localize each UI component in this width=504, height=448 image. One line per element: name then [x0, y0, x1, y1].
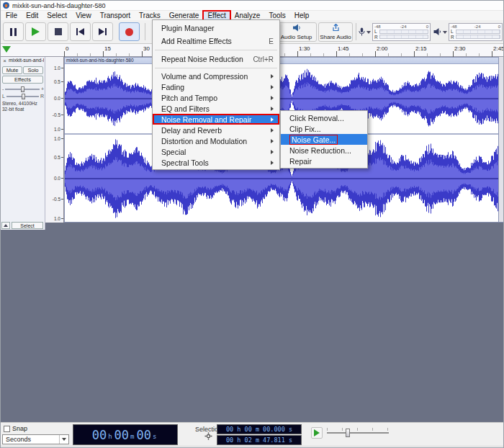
- slider-thumb[interactable]: [346, 429, 350, 437]
- selection-options-gear-icon[interactable]: [204, 432, 212, 442]
- menu-transport[interactable]: Transport: [96, 11, 135, 20]
- menu-item-delay-and-reverb[interactable]: Delay and Reverb: [153, 125, 279, 135]
- track-name[interactable]: mixkit-sun-and-his-daughter-580: [9, 58, 44, 63]
- play-button[interactable]: [25, 22, 46, 41]
- menu-item-eq-and-filters[interactable]: EQ and Filters: [153, 103, 279, 114]
- menu-item-noise-reduction[interactable]: Noise Reduction...: [281, 145, 367, 156]
- menu-item-plugin-manager[interactable]: Plugin Manager: [153, 22, 279, 35]
- submenu-arrow-icon: [271, 128, 274, 133]
- timeline-minor-ticks: [64, 53, 504, 56]
- menu-item-add-realtime-effects[interactable]: Add Realtime EffectsE: [153, 35, 279, 48]
- skip-to-end-icon: [99, 28, 107, 35]
- playback-meter-left-bar: [456, 30, 500, 34]
- pan-slider-groove[interactable]: [6, 96, 39, 97]
- pan-slider[interactable]: L R: [2, 93, 44, 99]
- snap-unit-select[interactable]: Seconds: [2, 434, 69, 444]
- menu-help[interactable]: Help: [290, 11, 314, 20]
- gain-slider-groove[interactable]: [5, 89, 40, 90]
- snap-control[interactable]: Snap: [4, 425, 27, 432]
- vertical-ruler-cap: [45, 57, 64, 64]
- skip-to-start-button[interactable]: [70, 22, 91, 41]
- clip-header[interactable]: mixkit-sun-and-his-daughter-580: [64, 57, 499, 64]
- menu-item-noise-removal-and-repair[interactable]: Noise Removal and Repair: [153, 114, 279, 125]
- selection-start-field[interactable]: 00 h 00 m 00.000 s: [217, 424, 302, 434]
- menu-item-fading[interactable]: Fading: [153, 81, 279, 92]
- snap-label: Snap: [12, 425, 27, 432]
- menu-item-volume-and-compression[interactable]: Volume and Compression: [153, 71, 279, 81]
- recording-meter-dropdown-arrow[interactable]: [366, 31, 371, 34]
- track-select-button[interactable]: Select: [12, 222, 43, 229]
- menu-item-distortion-and-modulation[interactable]: Distortion and Modulation: [153, 135, 279, 146]
- noise-removal-submenu: Click Removal... Clip Fix... Noise Gate.…: [280, 110, 368, 169]
- playback-speed-slider[interactable]: [327, 428, 389, 438]
- menu-item-repair[interactable]: Repair: [281, 156, 367, 166]
- share-audio-button[interactable]: Share Audio: [318, 22, 353, 42]
- skip-to-end-button[interactable]: [92, 22, 113, 41]
- share-audio-label: Share Audio: [320, 34, 351, 40]
- menu-item-noise-gate[interactable]: Noise Gate...: [281, 134, 367, 145]
- record-button[interactable]: [119, 22, 140, 41]
- timeline-label: 1:45: [336, 45, 349, 52]
- menu-item-clip-fix[interactable]: Clip Fix...: [281, 123, 367, 134]
- track-format-info: 32-bit float: [2, 107, 24, 112]
- menu-item-pitch-and-tempo[interactable]: Pitch and Tempo: [153, 92, 279, 103]
- selection-end-field[interactable]: 00 h 02 m 47.811 s: [217, 435, 302, 445]
- audacity-window: mixkit-sun-and-his-daughter-580 File Edi…: [0, 0, 504, 448]
- stop-icon: [55, 28, 62, 35]
- pan-left-label: L: [2, 94, 5, 99]
- track-empty-tail: [499, 57, 504, 223]
- menu-select[interactable]: Select: [42, 11, 71, 20]
- submenu-arrow-icon: [271, 74, 274, 79]
- audio-setup-label: Audio Setup: [281, 34, 312, 40]
- menu-item-repeat-noise-reduction[interactable]: Repeat Noise ReductionCtrl+R: [153, 53, 279, 66]
- vertical-ruler-channel-1[interactable]: 1.0 0.5 0.0 -0.5 1.0: [45, 64, 64, 133]
- recording-meter-left-bar: [379, 30, 428, 34]
- menu-item-special[interactable]: Special: [153, 146, 279, 157]
- skip-to-start-icon: [76, 28, 84, 35]
- snap-checkbox[interactable]: [4, 426, 10, 432]
- quick-play-marker[interactable]: [2, 46, 11, 53]
- submenu-arrow-icon: [271, 161, 274, 165]
- recording-meter-right-bar: [379, 35, 428, 39]
- track-format-info: Stereo, 44100Hz: [2, 101, 37, 106]
- gain-slider[interactable]: - +: [2, 86, 44, 92]
- meter-left-label: L: [374, 29, 378, 34]
- pan-right-label: R: [40, 94, 44, 99]
- recording-meter[interactable]: -48 -24 0 L R: [359, 22, 431, 42]
- gain-slider-thumb[interactable]: [21, 86, 24, 92]
- effect-menu: Plugin Manager Add Realtime EffectsE Rep…: [152, 19, 280, 170]
- menu-file[interactable]: File: [1, 11, 22, 20]
- track-control-panel[interactable]: × mixkit-sun-and-his-daughter-580 Mute S…: [1, 57, 45, 230]
- speaker-icon: [433, 26, 441, 39]
- playback-meter-dropdown-arrow[interactable]: [443, 31, 447, 34]
- menu-item-click-removal[interactable]: Click Removal...: [281, 112, 367, 123]
- toolbar-separator: [145, 23, 145, 40]
- playback-meter[interactable]: -48 -24 0 L R: [433, 22, 503, 42]
- play-at-speed-button[interactable]: [311, 427, 323, 439]
- dropdown-button[interactable]: [59, 435, 68, 444]
- mute-button[interactable]: Mute: [2, 66, 22, 74]
- menu-view[interactable]: View: [71, 11, 96, 20]
- effects-button[interactable]: Effects: [2, 76, 43, 84]
- gain-plus-label: +: [41, 86, 44, 91]
- menu-item-spectral-tools[interactable]: Spectral Tools: [153, 157, 279, 168]
- gain-minus-label: -: [2, 86, 4, 91]
- submenu-arrow-icon: [271, 96, 274, 100]
- track-close-button[interactable]: ×: [1, 58, 8, 64]
- solo-button[interactable]: Solo: [23, 66, 43, 74]
- submenu-arrow-icon: [271, 150, 274, 154]
- track-collapse-button[interactable]: [1, 222, 10, 229]
- title-bar[interactable]: mixkit-sun-and-his-daughter-580: [1, 1, 504, 11]
- meter-right-label: R: [451, 35, 454, 40]
- stop-button[interactable]: [48, 22, 68, 41]
- audio-setup-button[interactable]: Audio Setup: [276, 22, 317, 42]
- audio-position-display[interactable]: 00h 00m 00s: [73, 424, 178, 445]
- chevron-down-icon: [62, 438, 66, 441]
- submenu-arrow-icon: [271, 85, 274, 89]
- menu-edit[interactable]: Edit: [22, 11, 42, 20]
- timeline-label: 0: [64, 45, 68, 52]
- vertical-ruler-channel-2[interactable]: 1.0 0.5 0.0 -0.5 1.0: [45, 135, 64, 223]
- pause-button[interactable]: [3, 22, 24, 41]
- pan-slider-thumb[interactable]: [22, 94, 25, 99]
- shortcut-label: Ctrl+R: [253, 55, 274, 63]
